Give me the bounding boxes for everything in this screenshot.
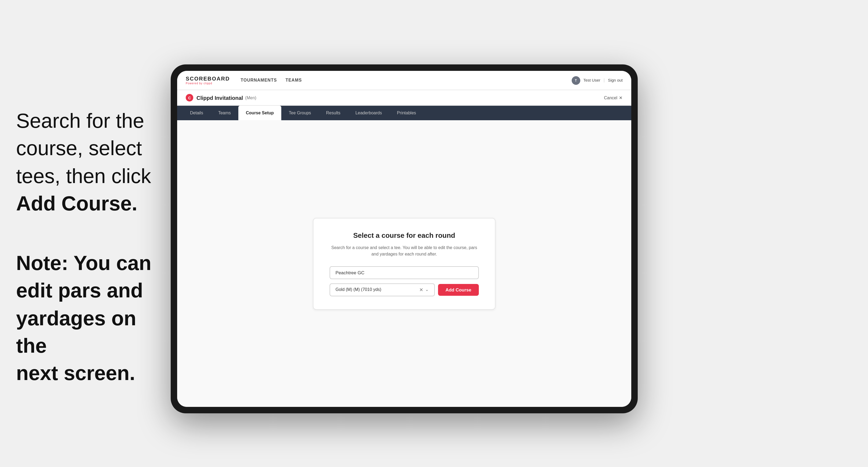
nav-links: TOURNAMENTS TEAMS [241,78,571,83]
logo-area: SCOREBOARD Powered by clippd [186,76,230,85]
tee-clear-icon[interactable]: ✕ [419,287,424,292]
user-name: Test User [583,78,600,83]
top-nav: SCOREBOARD Powered by clippd TOURNAMENTS… [177,71,631,90]
note-line2: edit pars and [16,277,172,305]
note-line3: yardages on the [16,305,172,360]
tab-tee-groups[interactable]: Tee Groups [281,106,318,120]
course-search-input[interactable] [330,266,479,279]
tee-select-value: Gold (M) (M) (7010 yds) [336,287,381,292]
course-panel: Select a course for each round Search fo… [313,218,495,309]
tournament-header: C Clippd Invitational (Men) Cancel ✕ [177,90,631,106]
tournament-gender: (Men) [245,95,256,100]
tee-chevron-icon[interactable]: ⌄ [425,287,429,292]
logo-sub: Powered by clippd [186,82,230,85]
tab-details[interactable]: Details [183,106,211,120]
logo-text: SCOREBOARD [186,76,230,82]
instruction-bold: Add Course. [16,190,172,218]
nav-teams[interactable]: TEAMS [286,78,302,83]
panel-description: Search for a course and select a tee. Yo… [330,245,479,257]
tablet-device: SCOREBOARD Powered by clippd TOURNAMENTS… [171,64,638,413]
tab-course-setup[interactable]: Course Setup [238,106,281,120]
instruction-text: Search for the course, select tees, then… [16,107,172,387]
note-line1: Note: You can [16,250,172,277]
tablet-screen: SCOREBOARD Powered by clippd TOURNAMENTS… [177,71,631,407]
divider: | [603,78,605,83]
sign-out-link[interactable]: Sign out [608,78,623,83]
panel-title: Select a course for each round [330,231,479,239]
note-section: Note: You can edit pars and yardages on … [16,250,172,387]
main-content: Select a course for each round Search fo… [177,120,631,407]
instruction-line1: Search for the [16,107,172,135]
tab-teams[interactable]: Teams [211,106,238,120]
tee-select-controls: ✕ ⌄ [419,287,429,292]
tab-results[interactable]: Results [318,106,348,120]
cancel-button[interactable]: Cancel ✕ [604,95,623,100]
tournament-name: Clippd Invitational [196,95,243,101]
tab-leaderboards[interactable]: Leaderboards [348,106,390,120]
add-course-button[interactable]: Add Course [438,284,479,295]
note-line4: next screen. [16,360,172,387]
tab-printables[interactable]: Printables [390,106,424,120]
tee-select-row: Gold (M) (M) (7010 yds) ✕ ⌄ Add Course [330,283,479,296]
user-avatar: T [571,76,580,85]
instruction-line2: course, select [16,135,172,163]
tab-nav: Details Teams Course Setup Tee Groups Re… [177,106,631,120]
tee-select[interactable]: Gold (M) (M) (7010 yds) ✕ ⌄ [330,283,435,296]
tournament-icon: C [186,94,193,101]
nav-tournaments[interactable]: TOURNAMENTS [241,78,277,83]
user-area: T Test User | Sign out [571,76,623,85]
instruction-line3: tees, then click [16,162,172,190]
